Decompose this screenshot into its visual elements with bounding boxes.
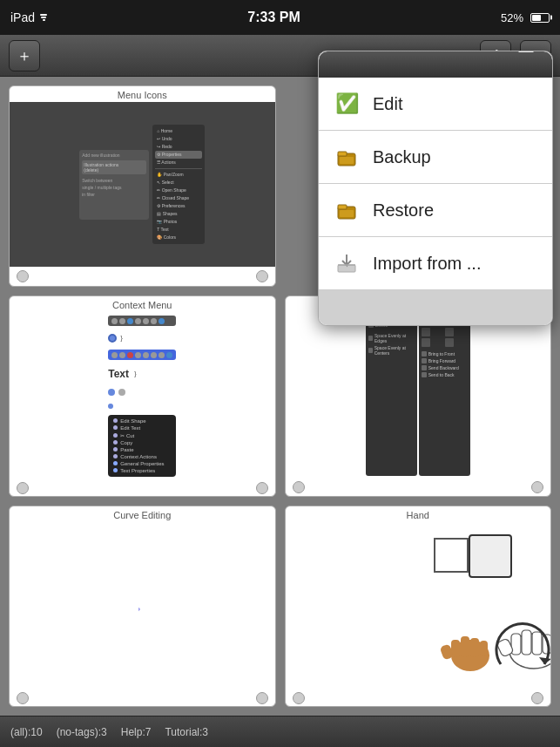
slide-4-footer — [10, 690, 275, 706]
import-label: Import from ... — [373, 254, 481, 274]
edit-label: Edit — [373, 94, 402, 114]
svg-rect-18 — [340, 210, 354, 217]
slide-1-title: Menu Icons — [118, 86, 167, 102]
carrier-label: iPad — [10, 10, 35, 24]
ctx-icon-blue — [127, 318, 133, 324]
time-label: 7:33 PM — [247, 10, 300, 25]
popover-menu: ✅ Edit Backup Restore — [318, 51, 553, 326]
status-all: (all):10 — [10, 726, 43, 738]
ctx-icon-1 — [111, 318, 118, 324]
curve-diamond-4 — [138, 597, 140, 621]
svg-rect-2 — [461, 636, 469, 657]
slide-3-content: Lock Duplicate Delete Space Evenly at Ed… — [362, 302, 474, 479]
slide-5[interactable]: Hand — [285, 506, 552, 707]
add-icon: ＋ — [17, 45, 32, 66]
ctx-icon-f — [159, 352, 165, 358]
slide-2-title: Context Menu — [112, 296, 172, 312]
ctx-label-1: } — [120, 334, 123, 342]
restore-icon — [333, 196, 361, 224]
popover-import-item[interactable]: Import from ... — [319, 237, 552, 290]
popover-arrow-inner — [518, 51, 534, 52]
import-icon — [333, 249, 361, 277]
svg-rect-8 — [522, 630, 531, 655]
status-notags: (no-tags):3 — [57, 726, 107, 738]
ctx-icon-c — [135, 352, 141, 358]
menu-panel-right: ⌂ Home ↩ Undo ↪ Redo ⚙ Properties ☰ Acti… — [152, 125, 205, 244]
slide-2-dot-left — [17, 482, 29, 494]
slide-1-footer — [10, 267, 275, 286]
edit-icon: ✅ — [333, 90, 361, 118]
ctx-icon-g — [166, 352, 172, 358]
battery-percent: 52% — [501, 11, 523, 24]
ctx-dot-1 — [108, 389, 115, 396]
popover-footer — [319, 290, 552, 325]
ctx-dot-2 — [118, 389, 125, 396]
popover-restore-item[interactable]: Restore — [319, 184, 552, 237]
svg-rect-4 — [480, 641, 488, 656]
ctx-brace: } — [134, 370, 137, 377]
slide-2[interactable]: Context Menu } — [9, 295, 276, 497]
slide-5-dot-left — [293, 692, 305, 704]
slide-2-footer — [10, 480, 275, 496]
slide-3-footer — [286, 479, 551, 496]
status-help: Help:7 — [121, 726, 152, 738]
slide-3-dot-left — [293, 481, 305, 493]
hand-circle — [434, 538, 469, 573]
ctx-icon-3 — [135, 318, 141, 324]
slide-4-dot-right — [256, 692, 268, 704]
slide-5-footer — [286, 690, 551, 707]
selection-dot — [108, 334, 117, 343]
slide-5-title: Hand — [407, 506, 429, 522]
ctx-icon-blue2 — [159, 318, 165, 324]
ctx-icon-d — [143, 352, 149, 358]
ctx-icon-a — [111, 352, 118, 358]
ctx-icon-e — [151, 352, 157, 358]
ctx-toolbar-2 — [108, 350, 176, 360]
battery-icon — [530, 13, 550, 23]
status-right: 52% — [501, 11, 550, 24]
hand-square — [469, 534, 512, 578]
status-left: iPad — [10, 10, 47, 24]
popover-edit-item[interactable]: ✅ Edit — [319, 78, 552, 131]
svg-rect-3 — [470, 638, 479, 657]
ctx-col-2: Alignment Bring to Front Bring Forward S… — [419, 305, 470, 476]
slide-1[interactable]: Menu Icons Add new illustration Illustra… — [9, 85, 276, 287]
slide-1-dot-right — [256, 270, 268, 282]
ctx-icon-2 — [119, 318, 125, 324]
text-label: Text — [108, 368, 129, 380]
status-bottom-bar: (all):10 (no-tags):3 Help:7 Tutorial:3 — [0, 716, 560, 747]
ctx-dot-3 — [108, 404, 113, 409]
backup-label: Backup — [373, 147, 431, 167]
slide-5-dot-right — [531, 692, 543, 704]
slide-4-title: Curve Editing — [113, 506, 171, 522]
status-bar: iPad 7:33 PM 52% — [0, 0, 560, 35]
menu-panel-left: Add new illustration Illustration action… — [79, 150, 149, 220]
restore-label: Restore — [373, 200, 434, 221]
add-button[interactable]: ＋ — [9, 40, 40, 71]
slide-2-content: } Text } — [105, 312, 179, 480]
slide-4[interactable]: Curve Editing — [9, 506, 276, 707]
status-tutorial: Tutorial:3 — [165, 726, 208, 738]
slide-1-dot-left — [17, 270, 29, 282]
ctx-menu-box: Edit Shape Edit Text ✂ Cut Copy Paste Co… — [108, 415, 176, 477]
slide-1-content: Add new illustration Illustration action… — [10, 102, 275, 267]
slide-4-content — [138, 522, 145, 690]
ctx-icon-5 — [151, 318, 157, 324]
svg-rect-17 — [338, 205, 347, 209]
popover-header — [319, 51, 552, 78]
popover-backup-item[interactable]: Backup — [319, 131, 552, 184]
ctx-col-1: Lock Duplicate Delete Space Evenly at Ed… — [366, 305, 417, 476]
slide-2-dot-right — [256, 482, 268, 494]
slide-3-dot-right — [531, 481, 543, 493]
ctx-icon-b — [119, 352, 125, 358]
svg-rect-9 — [532, 632, 542, 655]
ctx-icon-4 — [143, 318, 149, 324]
hand-svg — [422, 586, 551, 682]
backup-icon — [333, 143, 361, 171]
wifi-icon — [40, 14, 47, 21]
ctx-icon-red — [127, 352, 133, 358]
svg-rect-14 — [338, 152, 347, 156]
slide-4-dot-left — [17, 692, 29, 704]
svg-rect-15 — [340, 157, 354, 164]
ctx-toolbar-1 — [108, 316, 176, 326]
